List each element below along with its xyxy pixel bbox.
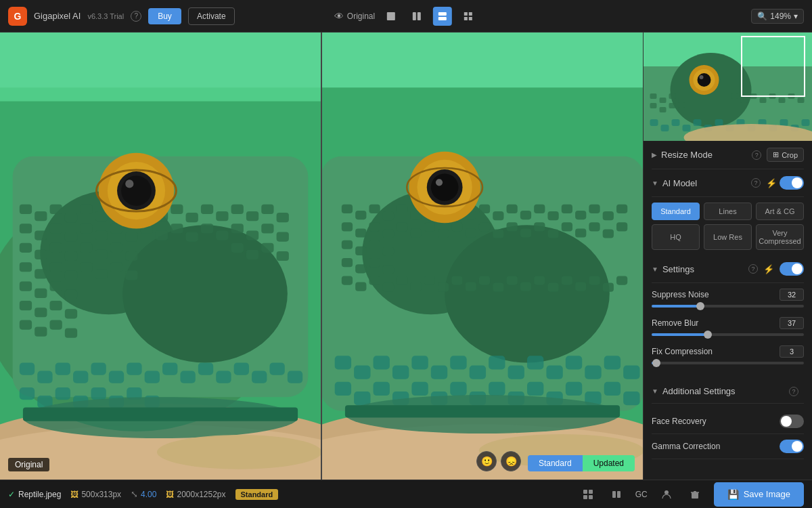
comp-standard-label[interactable]: Standard <box>528 455 583 471</box>
svg-rect-43 <box>35 327 47 337</box>
remove-blur-track[interactable] <box>652 333 804 336</box>
svg-rect-176 <box>342 276 353 284</box>
model-lines-btn[interactable]: Lines <box>704 203 752 220</box>
quality-badge[interactable]: Standard <box>235 489 279 500</box>
svg-rect-192 <box>562 276 572 284</box>
settings-body: ▶ Resize Mode ? ⊞ Crop ▼ AI Model ? ⚡ <box>644 141 812 480</box>
svg-rect-78 <box>231 224 244 233</box>
emoji-happy-btn[interactable]: 🙂 <box>476 451 497 471</box>
svg-rect-182 <box>424 276 435 284</box>
settings-section-row[interactable]: ▼ Settings ? ⚡ <box>652 255 804 283</box>
remove-blur-thumb[interactable] <box>704 331 712 339</box>
svg-rect-41 <box>65 309 77 318</box>
model-compressed-btn[interactable]: Very Compressed <box>756 224 804 250</box>
svg-rect-179 <box>383 283 394 292</box>
svg-rect-95 <box>180 371 195 383</box>
crop-badge[interactable]: ⊞ Crop <box>767 148 804 162</box>
ai-model-toggle[interactable] <box>780 176 804 190</box>
scale-value[interactable]: 4.00 <box>141 490 156 499</box>
svg-rect-34 <box>20 282 32 291</box>
svg-rect-210 <box>585 365 601 379</box>
view-split-v-icon[interactable] <box>407 7 426 26</box>
svg-rect-194 <box>589 276 600 284</box>
svg-rect-196 <box>616 276 627 284</box>
gamma-correction-toggle[interactable] <box>780 440 804 453</box>
svg-rect-6 <box>469 12 472 16</box>
svg-rect-171 <box>562 222 572 231</box>
output-size-icon: 🖼 <box>166 490 174 499</box>
activate-button[interactable]: Activate <box>188 7 235 25</box>
svg-rect-163 <box>451 222 462 231</box>
image-panel-right: 🙂 😞 Standard Updated <box>322 33 643 480</box>
model-hq-btn[interactable]: HQ <box>652 224 700 250</box>
svg-rect-46 <box>80 205 92 214</box>
original-toggle[interactable]: 👁 Original <box>334 11 375 22</box>
suppress-noise-track[interactable] <box>652 305 804 308</box>
scale-meta: ⤡ 4.00 <box>131 489 156 499</box>
settings-toggle[interactable] <box>780 262 804 276</box>
settings-title: Settings <box>662 264 748 274</box>
suppress-noise-label-row: Suppress Noise 32 <box>652 289 804 301</box>
svg-rect-51 <box>95 230 108 240</box>
svg-rect-89 <box>73 371 88 383</box>
additional-settings-row[interactable]: ▼ Additional Settings ? <box>652 379 804 404</box>
emoji-sad-btn[interactable]: 😞 <box>501 451 521 471</box>
zoom-control[interactable]: 🔍 149% ▾ <box>751 9 804 24</box>
settings-help-icon[interactable]: ? <box>748 264 758 274</box>
svg-rect-98 <box>234 362 249 375</box>
svg-rect-161 <box>603 211 614 220</box>
svg-rect-279 <box>589 490 593 494</box>
settings-lightning-icon: ⚡ <box>763 264 774 274</box>
palette-icon-btn[interactable] <box>579 485 597 504</box>
resize-mode-help-icon[interactable]: ? <box>752 150 761 160</box>
user-icon-btn[interactable] <box>657 485 676 504</box>
remove-blur-label: Remove Blur <box>652 318 698 328</box>
svg-rect-25 <box>65 232 77 241</box>
svg-rect-170 <box>547 229 558 238</box>
fix-compression-thumb[interactable] <box>652 359 660 367</box>
ai-model-section: ▼ AI Model ? ⚡ Standard Lines Art & CG <box>652 169 804 255</box>
svg-point-232 <box>431 173 459 201</box>
view-quad-icon[interactable] <box>459 7 478 26</box>
ai-model-row[interactable]: ▼ AI Model ? ⚡ <box>652 169 804 197</box>
svg-rect-183 <box>438 283 449 292</box>
svg-point-114 <box>125 179 133 188</box>
svg-rect-27 <box>35 250 47 259</box>
gamma-correction-label: Gamma Correction <box>652 442 720 451</box>
svg-rect-248 <box>669 93 676 99</box>
svg-rect-205 <box>489 356 505 369</box>
face-recovery-row: Face Recovery <box>652 409 804 434</box>
svg-rect-175 <box>616 222 627 231</box>
file-name: Reptile.jpeg <box>18 490 61 499</box>
settings-toggle-group: ⚡ <box>763 262 804 276</box>
remove-blur-value[interactable]: 37 <box>780 317 804 329</box>
svg-rect-276 <box>802 119 810 126</box>
ai-model-chevron: ▼ <box>652 179 658 187</box>
ai-model-help-icon[interactable]: ? <box>751 178 761 188</box>
buy-button[interactable]: Buy <box>148 8 181 24</box>
model-lowres-btn[interactable]: Low Res <box>704 224 752 250</box>
svg-rect-80 <box>261 224 273 233</box>
svg-rect-185 <box>466 282 476 291</box>
resize-mode-row[interactable]: ▶ Resize Mode ? ⊞ Crop <box>652 141 804 169</box>
suppress-noise-value[interactable]: 32 <box>780 289 804 301</box>
svg-rect-129 <box>383 211 394 220</box>
svg-rect-33 <box>65 270 77 280</box>
fix-compression-track[interactable] <box>652 362 804 364</box>
view-single-icon[interactable] <box>382 7 401 26</box>
app-help-icon[interactable]: ? <box>131 11 141 22</box>
fix-compression-value[interactable]: 3 <box>780 345 804 358</box>
view-split-h-icon[interactable] <box>433 7 452 26</box>
model-standard-btn[interactable]: Standard <box>652 203 700 220</box>
face-recovery-label: Face Recovery <box>652 417 706 426</box>
additional-settings-help-icon[interactable]: ? <box>789 387 798 396</box>
save-image-button[interactable]: 💾 Save Image <box>714 482 804 507</box>
svg-rect-191 <box>547 283 558 292</box>
model-artcg-btn[interactable]: Art & CG <box>756 203 804 220</box>
svg-rect-20 <box>50 205 62 214</box>
trash-icon-btn[interactable] <box>685 485 704 504</box>
face-recovery-toggle[interactable] <box>780 415 804 428</box>
compare-icon-btn[interactable] <box>607 485 626 504</box>
comp-updated-label[interactable]: Updated <box>583 455 635 471</box>
suppress-noise-thumb[interactable] <box>696 302 704 310</box>
